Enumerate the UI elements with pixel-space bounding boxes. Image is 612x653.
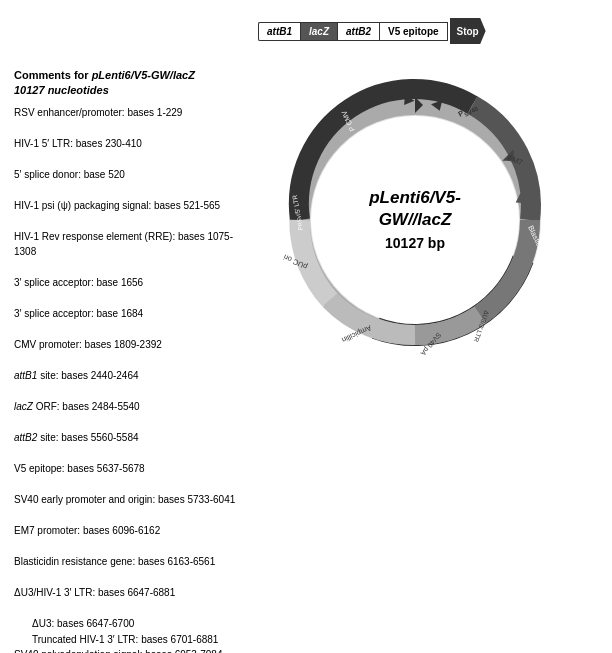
list-item: RSV enhancer/promoter: bases 1-229 (14, 105, 244, 121)
list-item: 3′ splice acceptor: base 1684 (14, 306, 244, 322)
plasmid-name-ref: pLenti6/V5-GW/lacZ (92, 69, 195, 81)
list-item: attB2 site: bases 5560-5584 (14, 430, 244, 446)
list-item: V5 epitope: bases 5637-5678 (14, 461, 244, 477)
list-item: 5′ splice donor: base 520 (14, 167, 244, 183)
nucleotides-count: 10127 nucleotides (14, 84, 109, 96)
legend-bar: attB1 lacZ attB2 V5 epitope Stop (258, 18, 486, 44)
list-item: ΔU3: bases 6647-6700 (14, 616, 134, 632)
legend-lacz: lacZ (300, 22, 337, 41)
list-item: HIV-1 5′ LTR: bases 230-410 (14, 136, 244, 152)
list-item: lacZ ORF: bases 2484-5540 (14, 399, 244, 415)
list-item: SV40 polyadenylation signal: bases 6953-… (14, 647, 244, 653)
svg-text:ψ: ψ (324, 164, 334, 170)
comments-section: Comments for pLenti6/V5-GW/lacZ 10127 nu… (14, 68, 244, 653)
list-item: Truncated HIV-1 3′ LTR: bases 6701-6881 (14, 632, 218, 648)
list-item: EM7 promoter: bases 6096-6162 (14, 523, 244, 539)
plasmid-diagram: RRE ψ P CMV PSV40 EM7 Blasticidin ΔU3/3′… (250, 55, 580, 385)
list-item: HIV-1 psi (ψ) packaging signal: bases 52… (14, 198, 244, 214)
list-item: CMV promoter: bases 1809-2392 (14, 337, 244, 353)
comments-list: RSV enhancer/promoter: bases 1-229 HIV-1… (14, 105, 244, 653)
list-item: Blasticidin resistance gene: bases 6163-… (14, 554, 244, 570)
legend-stop: Stop (450, 18, 486, 44)
list-item: 3′ splice acceptor: base 1656 (14, 275, 244, 291)
list-item: HIV-1 Rev response element (RRE): bases … (14, 229, 244, 260)
list-item: SV40 early promoter and origin: bases 57… (14, 492, 244, 508)
legend-v5: V5 epitope (379, 22, 448, 41)
list-item: attB1 site: bases 2440-2464 (14, 368, 244, 384)
legend-attb1: attB1 (258, 22, 300, 41)
legend-attb2: attB2 (337, 22, 379, 41)
comments-title: Comments for pLenti6/V5-GW/lacZ 10127 nu… (14, 68, 244, 99)
list-item: ΔU3/HIV-1 3′ LTR: bases 6647-6881 (14, 585, 244, 601)
